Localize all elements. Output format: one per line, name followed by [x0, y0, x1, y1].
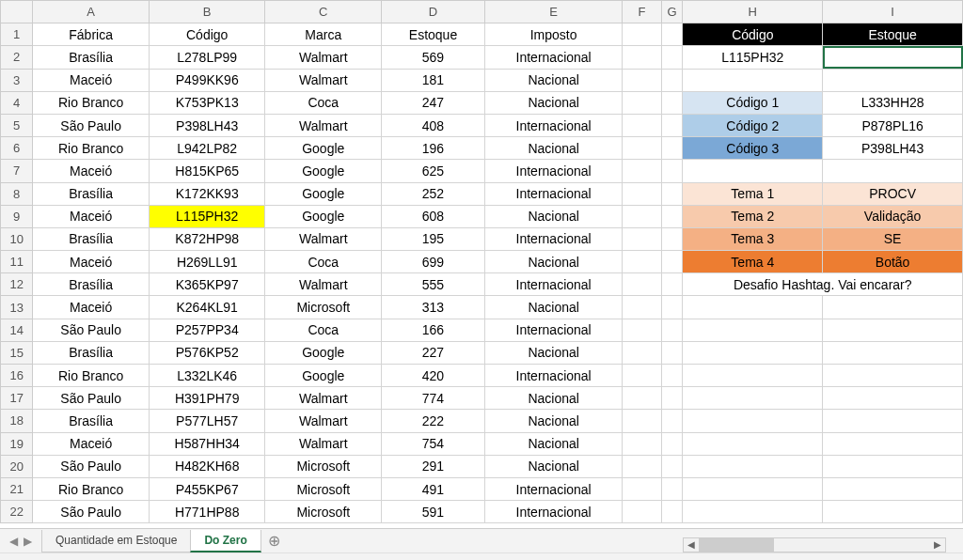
- cell-D21[interactable]: 491: [382, 477, 485, 500]
- cell-B9[interactable]: L115PH32: [149, 205, 265, 227]
- row-header-22[interactable]: 22: [1, 501, 33, 523]
- cell-G10[interactable]: [661, 227, 683, 250]
- cell-A2[interactable]: Brasília: [33, 46, 150, 69]
- cell-D16[interactable]: 420: [382, 365, 485, 387]
- column-header-G[interactable]: G: [661, 1, 683, 23]
- cell-D4[interactable]: 247: [382, 91, 485, 114]
- cell-C19[interactable]: Walmart: [265, 432, 382, 455]
- cell-I21[interactable]: [823, 477, 963, 500]
- cell-F1[interactable]: [623, 23, 661, 46]
- cell-F6[interactable]: [623, 137, 661, 160]
- cell-D12[interactable]: 555: [382, 273, 485, 296]
- cell-G17[interactable]: [661, 387, 683, 410]
- cell-A4[interactable]: Rio Branco: [33, 91, 150, 114]
- cell-H11[interactable]: Tema 4: [683, 251, 823, 273]
- cell-E1[interactable]: Imposto: [484, 23, 622, 46]
- cell-B18[interactable]: P577LH57: [149, 410, 265, 432]
- cell-F4[interactable]: [623, 91, 661, 114]
- cell-E20[interactable]: Nacional: [484, 455, 622, 477]
- cell-G20[interactable]: [661, 455, 683, 477]
- cell-G8[interactable]: [661, 182, 683, 205]
- cell-F16[interactable]: [623, 365, 661, 387]
- cell-G3[interactable]: [661, 69, 683, 91]
- cell-I18[interactable]: [823, 410, 963, 432]
- tab-nav-prev-icon[interactable]: ◀: [8, 535, 20, 548]
- cell-C8[interactable]: Google: [265, 182, 382, 205]
- cell-H21[interactable]: [683, 477, 823, 500]
- cell-D13[interactable]: 313: [382, 296, 485, 319]
- cell-D10[interactable]: 195: [382, 227, 485, 250]
- cell-C12[interactable]: Walmart: [265, 273, 382, 296]
- cell-C21[interactable]: Microsoft: [265, 477, 382, 500]
- scroll-thumb[interactable]: [699, 538, 774, 552]
- row-header-2[interactable]: 2: [1, 46, 33, 69]
- cell-F9[interactable]: [623, 205, 661, 227]
- cell-B6[interactable]: L942LP82: [149, 137, 265, 160]
- cell-B7[interactable]: H815KP65: [149, 160, 265, 182]
- cell-F10[interactable]: [623, 227, 661, 250]
- cell-I5[interactable]: P878PL16: [823, 114, 963, 136]
- cell-A7[interactable]: Maceió: [33, 160, 150, 182]
- cell-G16[interactable]: [661, 365, 683, 387]
- column-header-E[interactable]: E: [484, 1, 622, 23]
- cell-F2[interactable]: [623, 46, 661, 69]
- cell-B5[interactable]: P398LH43: [149, 114, 265, 136]
- column-header-H[interactable]: H: [683, 1, 823, 23]
- cell-I10[interactable]: SE: [823, 227, 963, 250]
- cell-H12[interactable]: Desafio Hashtag. Vai encarar?: [683, 273, 963, 296]
- cell-D7[interactable]: 625: [382, 160, 485, 182]
- scroll-right-icon[interactable]: ▶: [930, 538, 945, 552]
- cell-C16[interactable]: Google: [265, 365, 382, 387]
- cell-G11[interactable]: [661, 251, 683, 273]
- cell-H2[interactable]: L115PH32: [683, 46, 823, 69]
- row-header-3[interactable]: 3: [1, 69, 33, 91]
- grid-area[interactable]: ABCDEFGHI1FábricaCódigoMarcaEstoqueImpos…: [0, 0, 963, 528]
- cell-I14[interactable]: [823, 319, 963, 341]
- cell-H3[interactable]: [683, 69, 823, 91]
- cell-B17[interactable]: H391PH79: [149, 387, 265, 410]
- cell-D20[interactable]: 291: [382, 455, 485, 477]
- row-header-4[interactable]: 4: [1, 91, 33, 114]
- cell-B4[interactable]: K753PK13: [149, 91, 265, 114]
- row-header-17[interactable]: 17: [1, 387, 33, 410]
- cell-A17[interactable]: São Paulo: [33, 387, 150, 410]
- cell-E8[interactable]: Internacional: [484, 182, 622, 205]
- cell-D2[interactable]: 569: [382, 46, 485, 69]
- cell-A20[interactable]: São Paulo: [33, 455, 150, 477]
- cell-E14[interactable]: Internacional: [484, 319, 622, 341]
- scroll-track[interactable]: [699, 538, 930, 552]
- cell-A19[interactable]: Maceió: [33, 432, 150, 455]
- cell-D15[interactable]: 227: [382, 341, 485, 364]
- cell-D19[interactable]: 754: [382, 432, 485, 455]
- cell-C13[interactable]: Microsoft: [265, 296, 382, 319]
- cell-F21[interactable]: [623, 477, 661, 500]
- row-header-18[interactable]: 18: [1, 410, 33, 432]
- select-all-corner[interactable]: [1, 1, 33, 23]
- cell-E4[interactable]: Nacional: [484, 91, 622, 114]
- cell-C18[interactable]: Walmart: [265, 410, 382, 432]
- sheet-tab-1[interactable]: Do Zero: [190, 530, 260, 552]
- row-header-1[interactable]: 1: [1, 23, 33, 46]
- cell-E7[interactable]: Internacional: [484, 160, 622, 182]
- cell-E18[interactable]: Nacional: [484, 410, 622, 432]
- cell-B19[interactable]: H587HH34: [149, 432, 265, 455]
- cell-G15[interactable]: [661, 341, 683, 364]
- cell-I3[interactable]: [823, 69, 963, 91]
- cell-B20[interactable]: H482KH68: [149, 455, 265, 477]
- cell-F19[interactable]: [623, 432, 661, 455]
- cell-A13[interactable]: Maceió: [33, 296, 150, 319]
- cell-H19[interactable]: [683, 432, 823, 455]
- cell-I22[interactable]: [823, 501, 963, 523]
- cell-E13[interactable]: Nacional: [484, 296, 622, 319]
- cell-D18[interactable]: 222: [382, 410, 485, 432]
- cell-E6[interactable]: Nacional: [484, 137, 622, 160]
- cell-G22[interactable]: [661, 501, 683, 523]
- cell-B3[interactable]: P499KK96: [149, 69, 265, 91]
- horizontal-scrollbar[interactable]: ◀ ▶: [683, 537, 946, 552]
- cell-D5[interactable]: 408: [382, 114, 485, 136]
- cell-C6[interactable]: Google: [265, 137, 382, 160]
- add-sheet-button[interactable]: ⊕: [260, 530, 288, 552]
- cell-H1[interactable]: Código: [683, 23, 823, 46]
- cell-C9[interactable]: Google: [265, 205, 382, 227]
- cell-E11[interactable]: Nacional: [484, 251, 622, 273]
